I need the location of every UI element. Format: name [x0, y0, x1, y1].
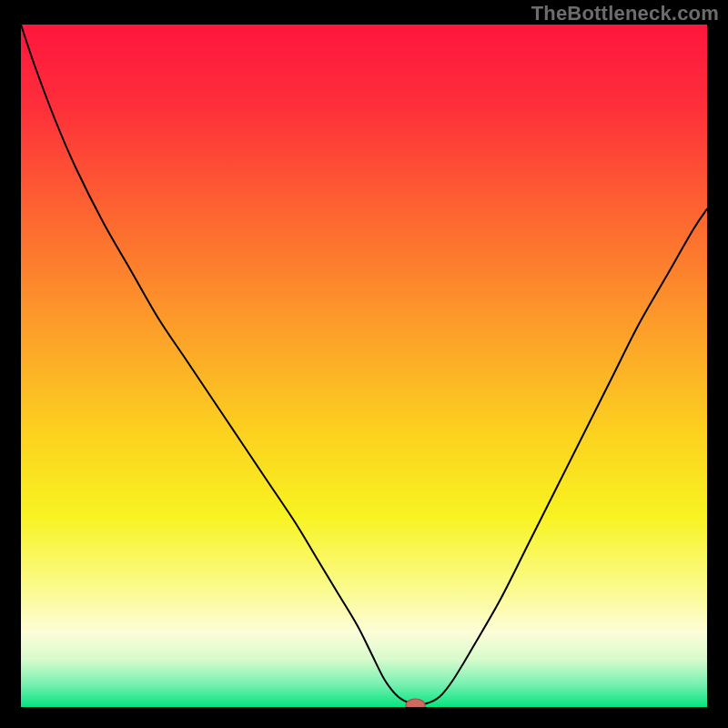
- frame: TheBottleneck.com: [0, 0, 728, 728]
- optimal-point-marker: [406, 699, 425, 707]
- chart-svg: [21, 25, 707, 707]
- plot-area: [21, 25, 707, 707]
- watermark-text: TheBottleneck.com: [531, 2, 719, 25]
- gradient-background: [21, 25, 707, 707]
